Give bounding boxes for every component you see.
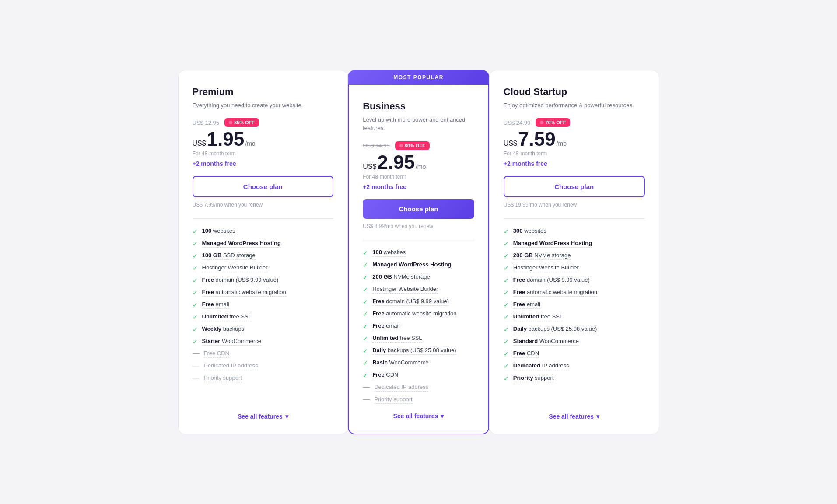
feature-text: Starter WooCommerce <box>202 338 262 346</box>
feature-item: ✓ Managed WordPress Hosting <box>193 240 334 248</box>
price-currency: US$ <box>504 140 517 147</box>
feature-item: ✓ Free automatic website migration <box>363 310 474 318</box>
plan-card-business: Business Level up with more power and en… <box>348 85 489 434</box>
renew-price: US$ 19.99/mo when you renew <box>504 202 645 208</box>
pricing-container: Premium Everything you need to create yo… <box>178 70 659 434</box>
price-row: US$ 14.95 80% OFF <box>363 141 474 150</box>
feature-text: Free email <box>202 301 229 309</box>
feature-item: ✓ Unlimited free SSL <box>504 313 645 321</box>
feature-item: ✓ Free automatic website migration <box>504 289 645 297</box>
features-list: ✓ 100 websites ✓ Managed WordPress Hosti… <box>363 249 474 404</box>
feature-item: — Priority support <box>193 374 334 382</box>
feature-item: ✓ Managed WordPress Hosting <box>363 261 474 269</box>
choose-plan-button[interactable]: Choose plan <box>504 176 645 197</box>
check-icon: ✓ <box>504 252 509 259</box>
plan-card-cloud-startup: Cloud Startup Enjoy optimized performanc… <box>489 70 659 434</box>
check-icon: ✓ <box>363 335 368 342</box>
feature-text: Daily backups (US$ 25.08 value) <box>372 347 456 355</box>
feature-text: 200 GB NVMe storage <box>372 273 430 281</box>
feature-text: 100 GB SSD storage <box>202 252 256 260</box>
plan-description: Everything you need to create your websi… <box>193 101 334 110</box>
plan-description: Level up with more power and enhanced fe… <box>363 116 474 133</box>
plan-name: Business <box>363 101 474 112</box>
feature-text: Free domain (US$ 9.99 value) <box>202 276 279 284</box>
feature-item: ✓ Free email <box>363 322 474 330</box>
choose-plan-button[interactable]: Choose plan <box>363 199 474 219</box>
feature-text: Weekly backups <box>202 326 245 333</box>
check-icon: ✓ <box>363 372 368 379</box>
feature-text: 100 websites <box>372 249 406 257</box>
see-all-features[interactable]: See all features ▾ <box>363 413 474 420</box>
feature-text: Priority support <box>204 374 242 382</box>
feature-item: ✓ Hostinger Website Builder <box>363 286 474 294</box>
check-icon: ✓ <box>504 363 509 370</box>
months-free: +2 months free <box>363 183 474 190</box>
feature-item: ✓ Free domain (US$ 9.99 value) <box>193 276 334 284</box>
feature-text: 100 websites <box>202 228 235 235</box>
plan-name: Cloud Startup <box>504 86 645 98</box>
check-icon: ✓ <box>193 228 198 235</box>
feature-item: ✓ Weekly backups <box>193 326 334 333</box>
feature-text: Unlimited free SSL <box>372 335 422 343</box>
features-list: ✓ 300 websites ✓ Managed WordPress Hosti… <box>504 228 645 404</box>
check-icon: ✓ <box>504 375 509 382</box>
check-icon: ✓ <box>504 326 509 333</box>
check-icon: ✓ <box>504 314 509 321</box>
current-price: US$ 7.59 /mo <box>504 130 645 149</box>
feature-item: ✓ Free domain (US$ 9.99 value) <box>504 276 645 284</box>
price-row: US$ 24.99 70% OFF <box>504 118 645 127</box>
check-icon: ✓ <box>193 240 198 247</box>
price-amount: 1.95 <box>207 130 245 149</box>
see-all-features[interactable]: See all features ▾ <box>193 413 334 420</box>
renew-price: US$ 7.99/mo when you renew <box>193 202 334 208</box>
chevron-down-icon: ▾ <box>285 413 288 420</box>
feature-item: ✓ Basic WooCommerce <box>363 359 474 367</box>
chevron-down-icon: ▾ <box>441 413 444 420</box>
feature-item: ✓ 100 websites <box>193 228 334 235</box>
check-icon: ✓ <box>504 301 509 308</box>
feature-item: ✓ Daily backups (US$ 25.08 value) <box>504 326 645 333</box>
dash-icon: — <box>193 350 200 357</box>
feature-text: Hostinger Website Builder <box>513 264 579 272</box>
price-period: /mo <box>416 163 426 170</box>
discount-badge: 80% OFF <box>395 141 430 150</box>
featured-plan-wrapper: MOST POPULAR Business Level up with more… <box>348 70 489 434</box>
check-icon: ✓ <box>363 323 368 330</box>
feature-text: Free automatic website migration <box>372 310 456 318</box>
original-price: US$ 24.99 <box>504 119 530 126</box>
dash-icon: — <box>193 362 200 369</box>
feature-item: ✓ 200 GB NVMe storage <box>504 252 645 260</box>
check-icon: ✓ <box>504 228 509 235</box>
feature-item: ✓ Free email <box>193 301 334 309</box>
price-term: For 48-month term <box>363 174 474 180</box>
feature-item: — Free CDN <box>193 350 334 358</box>
current-price: US$ 2.95 /mo <box>363 153 474 172</box>
feature-text: Free automatic website migration <box>202 289 286 297</box>
feature-text: Dedicated IP address <box>204 362 258 370</box>
price-amount: 7.59 <box>518 130 556 149</box>
check-icon: ✓ <box>193 265 198 272</box>
see-all-features[interactable]: See all features ▾ <box>504 413 645 420</box>
check-icon: ✓ <box>193 338 198 345</box>
months-free: +2 months free <box>193 160 334 167</box>
features-list: ✓ 100 websites ✓ Managed WordPress Hosti… <box>193 228 334 404</box>
plan-card-premium: Premium Everything you need to create yo… <box>178 70 348 434</box>
check-icon: ✓ <box>504 289 509 296</box>
feature-text: Free CDN <box>204 350 230 358</box>
check-icon: ✓ <box>504 265 509 272</box>
check-icon: ✓ <box>363 311 368 318</box>
feature-item: ✓ 300 websites <box>504 228 645 235</box>
dash-icon: — <box>193 374 200 382</box>
renew-price: US$ 8.99/mo when you renew <box>363 223 474 229</box>
feature-item: ✓ 100 websites <box>363 249 474 257</box>
discount-badge: 85% OFF <box>224 118 259 127</box>
plan-description: Enjoy optimized performance & powerful r… <box>504 101 645 110</box>
feature-text: Free CDN <box>513 350 539 358</box>
divider <box>193 218 334 219</box>
choose-plan-button[interactable]: Choose plan <box>193 176 334 197</box>
divider <box>504 218 645 219</box>
original-price: US$ 12.95 <box>193 119 219 126</box>
current-price: US$ 1.95 /mo <box>193 130 334 149</box>
feature-item: ✓ Free automatic website migration <box>193 289 334 297</box>
feature-item: ✓ Daily backups (US$ 25.08 value) <box>363 347 474 355</box>
